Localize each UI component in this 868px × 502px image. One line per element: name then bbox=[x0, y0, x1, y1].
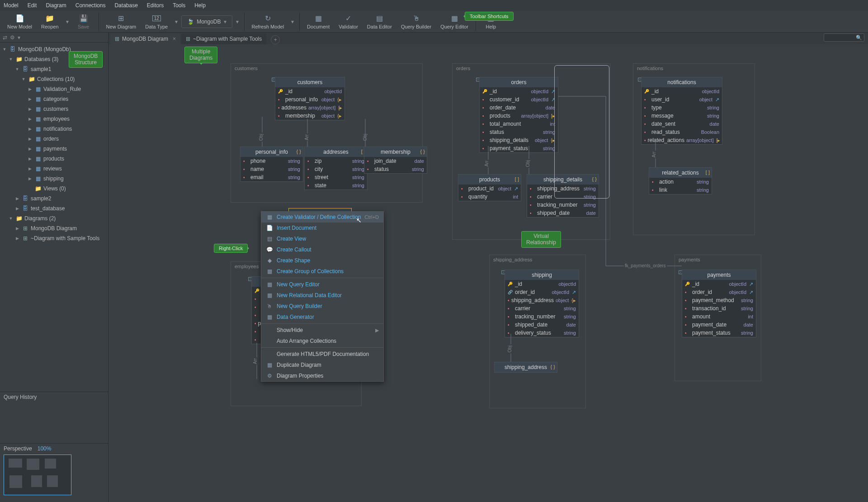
gear-icon[interactable]: ⚙ bbox=[10, 34, 15, 41]
tree-coll-customers[interactable]: ▦customers bbox=[0, 104, 108, 114]
tab-add-button[interactable]: + bbox=[271, 35, 280, 44]
dropdown-icon[interactable]: ▾ bbox=[18, 34, 20, 41]
tree-views[interactable]: 📁Views (0) bbox=[0, 184, 108, 194]
toolbar-new-model[interactable]: 📄New Model bbox=[4, 13, 36, 30]
ctx-data-generator[interactable]: ▦Data Generator bbox=[261, 312, 383, 322]
toolbar-document[interactable]: ▦Document bbox=[303, 13, 333, 30]
sidebar-toolbar: ⇄ ⚙ ▾ bbox=[0, 33, 108, 43]
perspective-panel: Perspective 100% bbox=[0, 443, 108, 502]
tree-testdb[interactable]: 🗄test_database bbox=[0, 204, 108, 213]
ctx-create-validator-define-collection[interactable]: ▦Create Validator / Define CollectionCtr… bbox=[261, 212, 383, 223]
toolbar-dropdown[interactable]: ▾ bbox=[234, 19, 241, 25]
ctx-insert-document[interactable]: 📄Insert Document bbox=[261, 223, 383, 233]
ctx-create-group-of-collections[interactable]: ▦Create Group of Collections bbox=[261, 266, 383, 277]
menu-connections[interactable]: Connections bbox=[75, 2, 106, 9]
tree-diagrams[interactable]: 📁Diagrams (2) bbox=[0, 213, 108, 223]
entity-customers[interactable]: customers🔑_idobjectId•personal_infoobjec… bbox=[275, 77, 345, 120]
menu-database[interactable]: Database bbox=[114, 2, 137, 9]
toolbar-data-editor[interactable]: ▤Data Editor bbox=[363, 13, 396, 30]
query-history-header[interactable]: Query History bbox=[0, 392, 108, 403]
entity-notifications[interactable]: notifications🔑_idobjectId•user_idobject↗… bbox=[641, 77, 722, 145]
entity-orders[interactable]: orders🔑_idobjectId↗•customer_idobjectId↗… bbox=[479, 77, 558, 153]
toolbar-new-diagram[interactable]: ⊞New Diagram bbox=[103, 13, 140, 30]
menu-tools[interactable]: Tools bbox=[173, 2, 185, 9]
hint-toolbar-shortcuts: Toolbar Shortcuts bbox=[465, 12, 514, 21]
toolbar-validator[interactable]: ✓Validator bbox=[335, 13, 362, 30]
perspective-label: Perspective bbox=[4, 445, 32, 452]
search-box[interactable]: 🔍 bbox=[824, 33, 864, 42]
entity-personal_info[interactable]: personal_info{ }•phonestring•namestring•… bbox=[240, 147, 303, 182]
toolbar-save[interactable]: 💾Save bbox=[72, 13, 95, 30]
sync-icon[interactable]: ⇄ bbox=[3, 34, 7, 41]
tab-mongodb-diagram[interactable]: ⊞ MongoDB Diagram × bbox=[110, 33, 180, 44]
perspective-zoom: 100% bbox=[38, 445, 52, 452]
tree-diag--diagram-with-sample-tools[interactable]: ⊞~Diagram with Sample Tools bbox=[0, 233, 108, 243]
tree-coll-orders[interactable]: ▦orders bbox=[0, 134, 108, 144]
toolbar-dropdown[interactable]: ▾ bbox=[64, 19, 71, 25]
tree: 🗄MongoDB (MongoDb)📁Databases (3)🗄sample1… bbox=[0, 43, 108, 392]
entity-shipping[interactable]: shipping🔑_idobjectId🔗order_idobjectId↗•s… bbox=[505, 270, 579, 337]
entity-shipping_address[interactable]: shipping_address{ } bbox=[494, 362, 557, 373]
tab-label: MongoDB Diagram bbox=[122, 36, 168, 42]
search-icon: 🔍 bbox=[856, 35, 862, 41]
ctx-new-query-editor[interactable]: ▦New Query Editor bbox=[261, 279, 383, 290]
sidebar: ⇄ ⚙ ▾ 🗄MongoDB (MongoDb)📁Databases (3)🗄s… bbox=[0, 33, 108, 502]
toolbar-refresh-model[interactable]: ↻Refresh Model bbox=[248, 13, 288, 30]
tree-coll-validation_rule[interactable]: ▦Validation_Rule bbox=[0, 84, 108, 94]
toolbar-mongodb-selector[interactable]: 🍃MongoDB▾ bbox=[181, 15, 232, 28]
hint-multiple-diagrams: Multiple Diagrams bbox=[184, 47, 217, 63]
tree-collections[interactable]: 📁Collections (10) bbox=[0, 74, 108, 84]
ctx-create-callout[interactable]: 💬Create Callout bbox=[261, 244, 383, 255]
ctx-create-shape[interactable]: ◆Create Shape bbox=[261, 255, 383, 266]
menu-edit[interactable]: Edit bbox=[28, 2, 37, 9]
tree-coll-categories[interactable]: ▦categories bbox=[0, 94, 108, 104]
entity-related_actions[interactable]: related_actions[ ]•actionstring•linkstri… bbox=[649, 167, 712, 194]
ctx-duplicate-diagram[interactable]: ▦Duplicate Diagram bbox=[261, 360, 383, 370]
menubar: Model Edit Diagram Connections Database … bbox=[0, 0, 868, 11]
ctx-diagram-properties[interactable]: ⚙Diagram Properties bbox=[261, 370, 383, 381]
tree-sample2[interactable]: 🗄sample2 bbox=[0, 194, 108, 204]
tree-coll-reviews[interactable]: ▦reviews bbox=[0, 164, 108, 174]
hint-mongodb-structure: MongoDB Structure bbox=[69, 51, 103, 68]
hint-right-click: Right-Click bbox=[214, 244, 248, 253]
menu-editors[interactable]: Editors bbox=[147, 2, 164, 9]
tree-coll-notifications[interactable]: ▦notifications bbox=[0, 124, 108, 134]
ctx-generate-html-pdf-documentation[interactable]: Generate HTML5/PDF Documentation bbox=[261, 349, 383, 360]
hint-virtual-relationship: Virtual Relationship bbox=[521, 231, 561, 248]
toolbar-dropdown[interactable]: ▾ bbox=[173, 19, 179, 25]
entity-membership[interactable]: membership{ }•join_datedate•statusstring bbox=[364, 147, 427, 174]
tree-coll-employees[interactable]: ▦employees bbox=[0, 114, 108, 124]
toolbar: 📄New Model📁Reopen▾💾Save⊞New Diagram12Dat… bbox=[0, 11, 868, 33]
toolbar-reopen[interactable]: 📁Reopen bbox=[38, 13, 62, 30]
content: ⊞ MongoDB Diagram × ⊞ ~Diagram with Samp… bbox=[108, 33, 868, 502]
tree-diag-mongodb-diagram[interactable]: ⊞MongoDB Diagram bbox=[0, 223, 108, 233]
tree-coll-products[interactable]: ▦products bbox=[0, 154, 108, 164]
tabbar: ⊞ MongoDB Diagram × ⊞ ~Diagram with Samp… bbox=[108, 33, 868, 44]
perspective-thumbnail[interactable] bbox=[4, 455, 71, 495]
entity-addresses[interactable]: addresses[ ]•zipstring•citystring•street… bbox=[304, 147, 368, 190]
toolbar-query-builder[interactable]: 🖱Query Builder bbox=[397, 13, 435, 30]
menu-help[interactable]: Help bbox=[194, 2, 206, 9]
tree-coll-payments[interactable]: ▦payments bbox=[0, 144, 108, 154]
ctx-show-hide[interactable]: Show/Hide▶ bbox=[261, 325, 383, 336]
toolbar-data-type[interactable]: 12Data Type bbox=[142, 13, 171, 30]
diagram-canvas[interactable]: customersordersnotificationsemployeesshi… bbox=[108, 44, 868, 502]
ctx-new-query-builder[interactable]: 🖱New Query Builder bbox=[261, 301, 383, 312]
menu-model[interactable]: Model bbox=[4, 2, 19, 9]
close-icon[interactable]: × bbox=[173, 36, 176, 42]
ctx-auto-arrange-collections[interactable]: Auto Arrange Collections bbox=[261, 336, 383, 346]
menu-diagram[interactable]: Diagram bbox=[46, 2, 66, 9]
tab-sample-tools[interactable]: ⊞ ~Diagram with Sample Tools bbox=[181, 33, 266, 44]
context-menu: ▦Create Validator / Define CollectionCtr… bbox=[261, 211, 384, 382]
tab-label: ~Diagram with Sample Tools bbox=[193, 36, 262, 42]
ctx-new-relational-data-editor[interactable]: ▦New Relational Data Editor bbox=[261, 290, 383, 301]
entity-products[interactable]: products[ ]•product_idobject↗•quantityin… bbox=[458, 174, 521, 201]
mouse-cursor: ↖ bbox=[356, 217, 362, 224]
entity-payments[interactable]: payments🔑_idobjectId↗•order_idobjectId↗•… bbox=[682, 270, 756, 337]
tree-coll-shipping[interactable]: ▦shipping bbox=[0, 174, 108, 184]
ctx-create-view[interactable]: ▤Create View bbox=[261, 233, 383, 244]
toolbar-dropdown[interactable]: ▾ bbox=[289, 19, 296, 25]
